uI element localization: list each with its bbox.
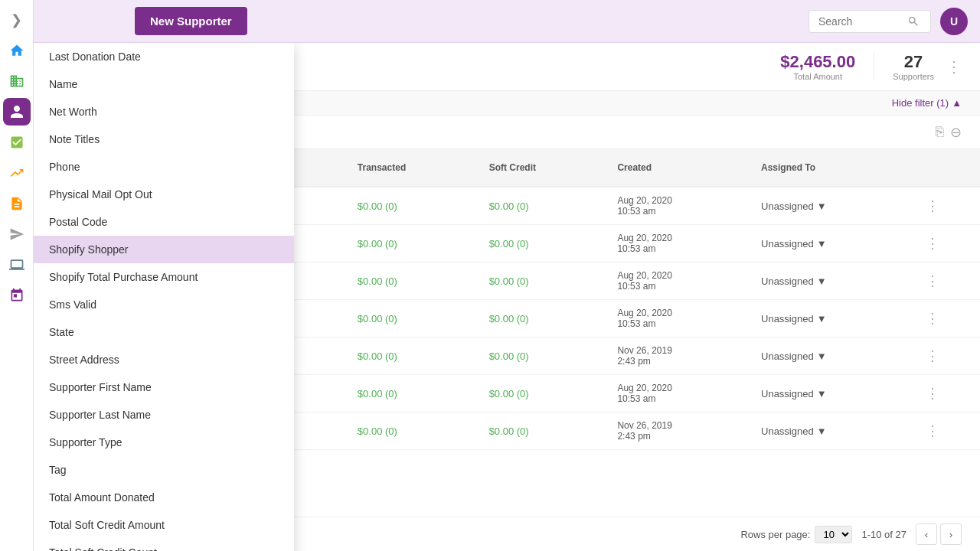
assigned-text: Unassigned <box>761 350 814 362</box>
sidebar-chart[interactable] <box>3 159 31 187</box>
page-range: 1-10 of 27 <box>861 529 906 540</box>
row-actions-cell: ⋮ <box>916 225 980 262</box>
filter-actions: ⎘ ⊖ <box>936 124 962 141</box>
sidebar-tasks[interactable] <box>3 129 31 156</box>
created-cell: Aug 20, 2020 10:53 am <box>608 300 752 337</box>
dropdown-item[interactable]: Supporter Type <box>34 429 294 456</box>
col-assigned: Assigned To <box>752 149 916 187</box>
new-supporter-button[interactable]: New Supporter <box>135 7 247 35</box>
assigned-select[interactable]: Unassigned ▼ <box>761 276 907 287</box>
assigned-select[interactable]: Unassigned ▼ <box>761 350 907 362</box>
row-more-icon[interactable]: ⋮ <box>926 348 939 364</box>
sidebar-send[interactable] <box>3 220 31 248</box>
dropdown-item[interactable]: Shopify Total Purchase Amount <box>34 263 294 291</box>
prev-page-button[interactable]: ‹ <box>916 523 937 545</box>
row-more-icon[interactable]: ⋮ <box>926 386 939 401</box>
dropdown-item[interactable]: Last Donation Date <box>34 43 294 70</box>
sidebar-collapse[interactable]: ❯ <box>3 6 31 34</box>
dropdown-item[interactable]: Street Address <box>34 346 294 373</box>
transacted-amount: $0.00 (0) <box>358 350 397 362</box>
assigned-dropdown-icon: ▼ <box>817 201 827 212</box>
assigned-select[interactable]: Unassigned ▼ <box>761 388 907 399</box>
transacted-amount: $0.00 (0) <box>358 201 397 212</box>
dropdown-item[interactable]: Physical Mail Opt Out <box>34 181 294 208</box>
dropdown-item[interactable]: Total Soft Credit Count <box>34 539 294 551</box>
row-more-icon[interactable]: ⋮ <box>926 273 939 289</box>
page-nav: ‹ › <box>916 523 962 545</box>
assigned-dropdown-icon: ▼ <box>817 388 827 399</box>
dropdown-item[interactable]: Postal Code <box>34 208 294 236</box>
assigned-select[interactable]: Unassigned ▼ <box>761 313 907 324</box>
assigned-text: Unassigned <box>761 425 814 437</box>
transacted-cell: $0.00 (0) <box>348 300 480 337</box>
sidebar-org[interactable] <box>3 67 31 95</box>
soft-credit-amount: $0.00 (0) <box>489 350 529 362</box>
copy-filter-icon[interactable]: ⎘ <box>936 124 944 140</box>
avatar[interactable]: U <box>940 8 968 35</box>
dropdown-item[interactable]: Total Soft Credit Amount <box>34 511 294 539</box>
assigned-dropdown-icon: ▼ <box>817 276 827 287</box>
created-date: Aug 20, 2020 <box>617 233 743 243</box>
hide-filter-label: Hide filter (1) <box>892 97 949 109</box>
sidebar-people[interactable] <box>3 98 31 126</box>
dropdown-item[interactable]: Supporter Last Name <box>34 401 294 429</box>
next-page-button[interactable]: › <box>940 523 962 545</box>
soft-credit-amount: $0.00 (0) <box>489 313 529 324</box>
created-time: 10:53 am <box>617 281 743 292</box>
dropdown-item[interactable]: Net Worth <box>34 98 294 126</box>
more-options-icon[interactable]: ⋮ <box>946 57 962 76</box>
assigned-text: Unassigned <box>761 201 814 212</box>
assigned-select[interactable]: Unassigned ▼ <box>761 238 907 249</box>
assigned-select[interactable]: Unassigned ▼ <box>761 425 907 437</box>
row-actions-cell: ⋮ <box>916 300 980 337</box>
assigned-cell: Unassigned ▼ <box>752 262 916 300</box>
remove-filter-icon[interactable]: ⊖ <box>950 124 962 141</box>
supporters-count-value: 27 <box>893 52 934 72</box>
assigned-text: Unassigned <box>761 388 814 399</box>
assigned-cell: Unassigned ▼ <box>752 225 916 262</box>
sidebar-home[interactable] <box>3 37 31 64</box>
row-actions-cell: ⋮ <box>916 375 980 412</box>
sidebar-calendar[interactable] <box>3 282 31 309</box>
row-actions-cell: ⋮ <box>916 337 980 375</box>
soft-credit-amount: $0.00 (0) <box>489 425 529 437</box>
dropdown-item[interactable]: Supporter First Name <box>34 373 294 401</box>
rows-per-page-select[interactable]: 10 25 50 <box>815 526 852 543</box>
created-date: Nov 26, 2019 <box>617 420 743 431</box>
assigned-dropdown-icon: ▼ <box>817 238 827 249</box>
dropdown-item[interactable]: State <box>34 318 294 346</box>
soft-credit-amount: $0.00 (0) <box>489 276 529 287</box>
dropdown-item[interactable]: Shopify Shopper <box>34 236 294 263</box>
supporters-label: Supporters <box>893 72 934 81</box>
created-time: 10:53 am <box>617 206 743 217</box>
transacted-amount: $0.00 (0) <box>358 238 397 249</box>
soft-credit-cell: $0.00 (0) <box>480 262 609 300</box>
hide-filter-button[interactable]: Hide filter (1) ▲ <box>892 97 962 109</box>
row-more-icon[interactable]: ⋮ <box>926 198 939 214</box>
row-more-icon[interactable]: ⋮ <box>926 423 939 439</box>
soft-credit-cell: $0.00 (0) <box>480 187 609 225</box>
dropdown-item[interactable]: Note Titles <box>34 126 294 153</box>
row-more-icon[interactable]: ⋮ <box>926 236 939 251</box>
created-time: 10:53 am <box>617 393 743 404</box>
transacted-cell: $0.00 (0) <box>348 225 480 262</box>
created-date: Aug 20, 2020 <box>617 270 743 281</box>
created-date: Aug 20, 2020 <box>617 195 743 206</box>
dropdown-item[interactable]: Phone <box>34 153 294 181</box>
total-amount-stat: $2,465.00 Total Amount <box>780 52 855 81</box>
dropdown-item[interactable]: Tag <box>34 456 294 484</box>
created-cell: Aug 20, 2020 10:53 am <box>608 262 752 300</box>
assigned-select[interactable]: Unassigned ▼ <box>761 201 907 212</box>
search-input[interactable] <box>818 15 903 28</box>
content-area: Un... $2,465.00 Total Amount 27 Supporte… <box>34 43 980 551</box>
dropdown-item[interactable]: Sms Valid <box>34 291 294 318</box>
dropdown-item[interactable]: Name <box>34 70 294 98</box>
col-soft-credit: Soft Credit <box>480 149 609 187</box>
sidebar-notes[interactable] <box>3 190 31 217</box>
total-amount-value: $2,465.00 <box>780 52 855 72</box>
sidebar-monitor[interactable] <box>3 251 31 279</box>
row-more-icon[interactable]: ⋮ <box>926 311 939 326</box>
dropdown-item[interactable]: Total Amount Donated <box>34 484 294 511</box>
created-cell: Aug 20, 2020 10:53 am <box>608 187 752 225</box>
assigned-dropdown-icon: ▼ <box>817 425 827 437</box>
